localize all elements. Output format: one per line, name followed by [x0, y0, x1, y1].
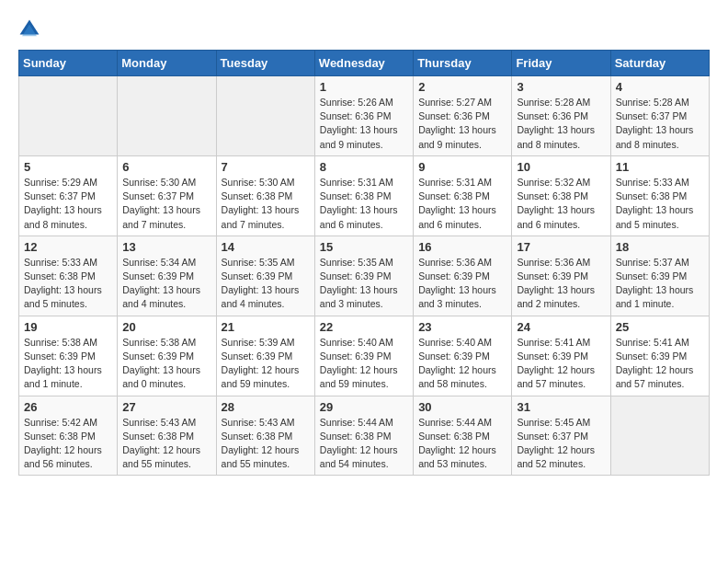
day-number: 2 [418, 80, 506, 94]
day-number: 12 [24, 240, 112, 254]
calendar-cell: 24Sunrise: 5:41 AMSunset: 6:39 PMDayligh… [512, 316, 610, 396]
day-info: Sunrise: 5:40 AMSunset: 6:39 PMDaylight:… [320, 336, 408, 392]
day-info: Sunrise: 5:30 AMSunset: 6:37 PMDaylight:… [122, 176, 210, 232]
day-number: 23 [418, 320, 506, 334]
day-number: 31 [517, 400, 605, 414]
day-info: Sunrise: 5:32 AMSunset: 6:38 PMDaylight:… [517, 176, 605, 232]
calendar-cell: 27Sunrise: 5:43 AMSunset: 6:38 PMDayligh… [118, 396, 216, 476]
day-number: 28 [222, 400, 310, 414]
page-header [18, 18, 710, 40]
week-row-3: 12Sunrise: 5:33 AMSunset: 6:38 PMDayligh… [19, 236, 710, 316]
calendar-cell: 21Sunrise: 5:39 AMSunset: 6:39 PMDayligh… [216, 316, 314, 396]
day-info: Sunrise: 5:29 AMSunset: 6:37 PMDaylight:… [24, 176, 112, 232]
day-info: Sunrise: 5:36 AMSunset: 6:39 PMDaylight:… [517, 256, 605, 312]
calendar-cell [19, 76, 118, 156]
weekday-header-thursday: Thursday [414, 51, 512, 76]
calendar-cell: 23Sunrise: 5:40 AMSunset: 6:39 PMDayligh… [414, 316, 512, 396]
calendar-cell: 10Sunrise: 5:32 AMSunset: 6:38 PMDayligh… [512, 155, 610, 236]
weekday-header-sunday: Sunday [19, 51, 118, 76]
calendar-cell: 16Sunrise: 5:36 AMSunset: 6:39 PMDayligh… [414, 236, 512, 316]
day-number: 7 [222, 160, 310, 174]
calendar-cell: 19Sunrise: 5:38 AMSunset: 6:39 PMDayligh… [19, 316, 118, 396]
calendar-cell: 30Sunrise: 5:44 AMSunset: 6:38 PMDayligh… [414, 396, 512, 476]
logo [18, 18, 48, 40]
day-info: Sunrise: 5:43 AMSunset: 6:38 PMDaylight:… [122, 416, 210, 472]
day-info: Sunrise: 5:41 AMSunset: 6:39 PMDaylight:… [517, 336, 605, 392]
day-number: 29 [320, 400, 408, 414]
day-number: 26 [24, 400, 112, 414]
day-number: 20 [122, 320, 210, 334]
calendar-cell: 22Sunrise: 5:40 AMSunset: 6:39 PMDayligh… [314, 316, 413, 396]
day-number: 15 [320, 240, 408, 254]
weekday-header-row: SundayMondayTuesdayWednesdayThursdayFrid… [19, 51, 710, 76]
calendar-cell: 15Sunrise: 5:35 AMSunset: 6:39 PMDayligh… [314, 236, 413, 316]
week-row-2: 5Sunrise: 5:29 AMSunset: 6:37 PMDaylight… [19, 155, 710, 236]
day-number: 17 [517, 240, 605, 254]
day-info: Sunrise: 5:35 AMSunset: 6:39 PMDaylight:… [320, 256, 408, 312]
day-info: Sunrise: 5:44 AMSunset: 6:38 PMDaylight:… [418, 416, 506, 472]
calendar-cell: 14Sunrise: 5:35 AMSunset: 6:39 PMDayligh… [216, 236, 314, 316]
calendar-cell: 1Sunrise: 5:26 AMSunset: 6:36 PMDaylight… [314, 76, 413, 156]
day-info: Sunrise: 5:37 AMSunset: 6:39 PMDaylight:… [616, 256, 704, 312]
calendar-cell: 28Sunrise: 5:43 AMSunset: 6:38 PMDayligh… [216, 396, 314, 476]
day-info: Sunrise: 5:44 AMSunset: 6:38 PMDaylight:… [320, 416, 408, 472]
logo-icon [18, 18, 40, 40]
day-info: Sunrise: 5:30 AMSunset: 6:38 PMDaylight:… [222, 176, 310, 232]
day-number: 11 [616, 160, 704, 174]
day-number: 5 [24, 160, 112, 174]
calendar-cell: 5Sunrise: 5:29 AMSunset: 6:37 PMDaylight… [19, 155, 118, 236]
day-info: Sunrise: 5:33 AMSunset: 6:38 PMDaylight:… [616, 176, 704, 232]
calendar-cell: 8Sunrise: 5:31 AMSunset: 6:38 PMDaylight… [314, 155, 413, 236]
day-number: 22 [320, 320, 408, 334]
calendar-cell [118, 76, 216, 156]
day-number: 13 [122, 240, 210, 254]
weekday-header-tuesday: Tuesday [216, 51, 314, 76]
calendar-cell: 29Sunrise: 5:44 AMSunset: 6:38 PMDayligh… [314, 396, 413, 476]
day-info: Sunrise: 5:31 AMSunset: 6:38 PMDaylight:… [320, 176, 408, 232]
day-info: Sunrise: 5:43 AMSunset: 6:38 PMDaylight:… [222, 416, 310, 472]
day-info: Sunrise: 5:42 AMSunset: 6:38 PMDaylight:… [24, 416, 112, 472]
calendar-cell: 3Sunrise: 5:28 AMSunset: 6:36 PMDaylight… [512, 76, 610, 156]
calendar-cell: 2Sunrise: 5:27 AMSunset: 6:36 PMDaylight… [414, 76, 512, 156]
day-number: 16 [418, 240, 506, 254]
calendar-cell: 7Sunrise: 5:30 AMSunset: 6:38 PMDaylight… [216, 155, 314, 236]
calendar-cell: 12Sunrise: 5:33 AMSunset: 6:38 PMDayligh… [19, 236, 118, 316]
day-number: 8 [320, 160, 408, 174]
weekday-header-wednesday: Wednesday [314, 51, 413, 76]
day-info: Sunrise: 5:45 AMSunset: 6:37 PMDaylight:… [517, 416, 605, 472]
calendar-cell: 9Sunrise: 5:31 AMSunset: 6:38 PMDaylight… [414, 155, 512, 236]
day-info: Sunrise: 5:31 AMSunset: 6:38 PMDaylight:… [418, 176, 506, 232]
day-info: Sunrise: 5:40 AMSunset: 6:39 PMDaylight:… [418, 336, 506, 392]
calendar-cell: 13Sunrise: 5:34 AMSunset: 6:39 PMDayligh… [118, 236, 216, 316]
day-info: Sunrise: 5:33 AMSunset: 6:38 PMDaylight:… [24, 256, 112, 312]
day-info: Sunrise: 5:34 AMSunset: 6:39 PMDaylight:… [122, 256, 210, 312]
day-info: Sunrise: 5:41 AMSunset: 6:39 PMDaylight:… [616, 336, 704, 392]
weekday-header-friday: Friday [512, 51, 610, 76]
day-number: 6 [122, 160, 210, 174]
calendar-cell: 25Sunrise: 5:41 AMSunset: 6:39 PMDayligh… [610, 316, 709, 396]
calendar-cell: 18Sunrise: 5:37 AMSunset: 6:39 PMDayligh… [610, 236, 709, 316]
calendar-cell: 11Sunrise: 5:33 AMSunset: 6:38 PMDayligh… [610, 155, 709, 236]
day-number: 25 [616, 320, 704, 334]
day-number: 19 [24, 320, 112, 334]
calendar-cell: 4Sunrise: 5:28 AMSunset: 6:37 PMDaylight… [610, 76, 709, 156]
day-number: 4 [616, 80, 704, 94]
day-info: Sunrise: 5:28 AMSunset: 6:37 PMDaylight:… [616, 96, 704, 152]
day-number: 9 [418, 160, 506, 174]
calendar-table: SundayMondayTuesdayWednesdayThursdayFrid… [18, 50, 710, 476]
calendar-cell [216, 76, 314, 156]
day-info: Sunrise: 5:38 AMSunset: 6:39 PMDaylight:… [24, 336, 112, 392]
day-number: 10 [517, 160, 605, 174]
week-row-4: 19Sunrise: 5:38 AMSunset: 6:39 PMDayligh… [19, 316, 710, 396]
weekday-header-saturday: Saturday [610, 51, 709, 76]
day-info: Sunrise: 5:27 AMSunset: 6:36 PMDaylight:… [418, 96, 506, 152]
day-info: Sunrise: 5:35 AMSunset: 6:39 PMDaylight:… [222, 256, 310, 312]
day-number: 24 [517, 320, 605, 334]
day-number: 1 [320, 80, 408, 94]
weekday-header-monday: Monday [118, 51, 216, 76]
calendar-cell: 17Sunrise: 5:36 AMSunset: 6:39 PMDayligh… [512, 236, 610, 316]
week-row-5: 26Sunrise: 5:42 AMSunset: 6:38 PMDayligh… [19, 396, 710, 476]
day-number: 18 [616, 240, 704, 254]
day-number: 14 [222, 240, 310, 254]
day-number: 3 [517, 80, 605, 94]
